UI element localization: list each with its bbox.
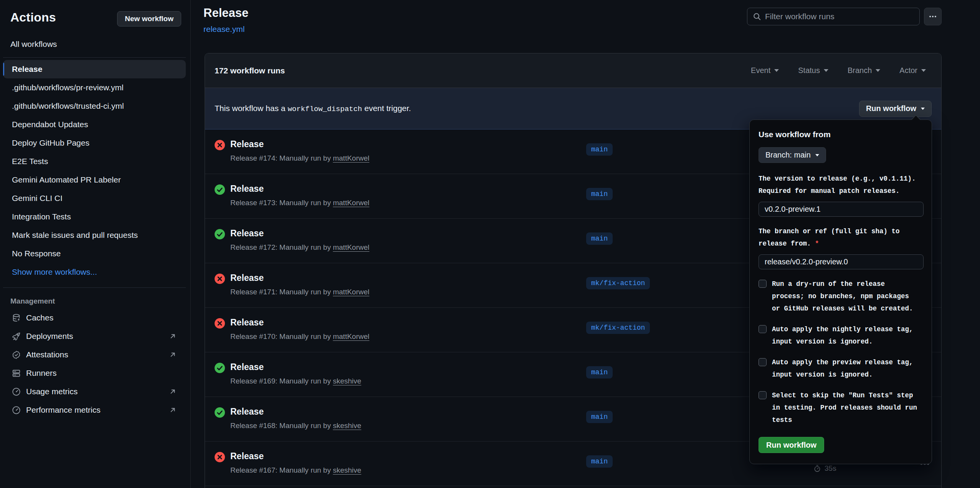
sidebar-item-mark-stale-issues-and-pull-requests[interactable]: Mark stale issues and pull requests xyxy=(3,226,186,244)
sidebar-divider xyxy=(3,287,186,288)
sidebar-item-label: Integration Tests xyxy=(12,212,71,221)
filter-status-button[interactable]: Status xyxy=(798,66,828,75)
run-title[interactable]: Release xyxy=(230,451,264,461)
panel-input-version[interactable] xyxy=(759,202,924,217)
panel-title: Use workflow from xyxy=(759,130,923,139)
sidebar-item-deploy-github-pages[interactable]: Deploy GitHub Pages xyxy=(3,134,186,152)
checkbox[interactable] xyxy=(759,280,767,288)
sidebar-item-attestations[interactable]: Attestations xyxy=(3,345,186,364)
sidebar-item-runners[interactable]: Runners xyxy=(3,364,186,382)
sidebar-item-label: No Response xyxy=(12,249,61,258)
branch-badge[interactable]: main xyxy=(586,411,613,423)
actor-link[interactable]: mattKorwel xyxy=(333,199,369,207)
actor-link[interactable]: mattKorwel xyxy=(333,288,369,296)
check-circle-icon xyxy=(215,229,225,239)
sidebar-item-e2e-tests[interactable]: E2E Tests xyxy=(3,152,186,171)
sidebar-item-label: .github/workflows/pr-review.yml xyxy=(12,83,124,92)
checkbox[interactable] xyxy=(759,391,767,399)
sidebar-item-github-workflows-trusted-ci-yml[interactable]: .github/workflows/trusted-ci.yml xyxy=(3,97,186,115)
checkbox-label[interactable]: Select to skip the "Run Tests" step in t… xyxy=(772,389,919,426)
run-title[interactable]: Release xyxy=(230,317,264,328)
workflow-file-link[interactable]: release.yml xyxy=(203,25,245,34)
actor-link[interactable]: skeshive xyxy=(333,377,361,385)
sidebar-item-show-more-workflows[interactable]: Show more workflows... xyxy=(3,263,186,281)
field-description: The branch or ref (full git sha) to rele… xyxy=(759,225,923,250)
sidebar-item-gemini-automated-pr-labeler[interactable]: Gemini Automated PR Labeler xyxy=(3,171,186,189)
sidebar-item-caches[interactable]: Caches xyxy=(3,309,186,327)
server-icon xyxy=(12,369,21,378)
actor-link[interactable]: mattKorwel xyxy=(333,243,369,251)
run-workflow-dropdown-button[interactable]: Run workflow xyxy=(859,101,932,117)
filter-label: Actor xyxy=(899,66,917,75)
meter-icon xyxy=(12,387,21,396)
sidebar-item-all-workflows[interactable]: All workflows xyxy=(0,34,190,54)
x-circle-icon xyxy=(215,274,225,284)
filter-label: Event xyxy=(751,66,770,75)
sidebar-item-usage-metrics[interactable]: Usage metrics xyxy=(3,382,186,401)
page-title: Release xyxy=(203,6,248,20)
panel-checkboxes: Run a dry-run of the release process; no… xyxy=(759,278,923,426)
checkbox[interactable] xyxy=(759,325,767,333)
branch-badge[interactable]: mk/fix-action xyxy=(586,277,650,289)
required-asterisk: * xyxy=(811,240,819,247)
new-workflow-button[interactable]: New workflow xyxy=(117,11,181,27)
check-circle-icon xyxy=(215,363,225,373)
arrow-up-right-icon xyxy=(169,406,177,414)
actor-link[interactable]: skeshive xyxy=(333,466,361,474)
filter-workflow-runs-input[interactable] xyxy=(765,12,914,21)
branch-badge[interactable]: main xyxy=(586,366,613,378)
run-description: Release #172: Manually run by mattKorwel xyxy=(230,243,369,252)
run-title[interactable]: Release xyxy=(230,184,264,194)
sidebar-item-performance-metrics[interactable]: Performance metrics xyxy=(3,401,186,419)
meter-icon xyxy=(12,406,21,415)
sidebar-item-github-workflows-pr-review-yml[interactable]: .github/workflows/pr-review.yml xyxy=(3,78,186,97)
panel-field: The version to release (e.g., v0.1.11). … xyxy=(759,173,923,225)
sidebar-item-dependabot-updates[interactable]: Dependabot Updates xyxy=(3,115,186,134)
sidebar-divider xyxy=(3,57,186,58)
sidebar-item-release[interactable]: Release xyxy=(3,60,186,78)
panel-checkbox-row: Run a dry-run of the release process; no… xyxy=(759,278,923,315)
cache-icon xyxy=(12,314,21,322)
run-title[interactable]: Release xyxy=(230,139,264,149)
panel-input-branch-ref[interactable] xyxy=(759,254,924,269)
run-title[interactable]: Release xyxy=(230,407,264,417)
run-workflow-submit-button[interactable]: Run workflow xyxy=(759,437,824,453)
kebab-icon xyxy=(929,12,937,21)
actor-link[interactable]: mattKorwel xyxy=(333,332,369,340)
arrow-up-right-icon xyxy=(169,351,177,359)
run-duration: 35s xyxy=(825,464,836,473)
branch-badge[interactable]: main xyxy=(586,232,613,245)
branch-badge[interactable]: mk/fix-action xyxy=(586,322,650,334)
branch-badge[interactable]: main xyxy=(586,455,613,468)
sidebar-item-gemini-cli-ci[interactable]: Gemini CLI CI xyxy=(3,189,186,207)
sidebar-item-label: Runners xyxy=(26,368,56,378)
actor-link[interactable]: mattKorwel xyxy=(333,154,369,162)
sidebar-item-integration-tests[interactable]: Integration Tests xyxy=(3,207,186,226)
filter-branch-button[interactable]: Branch xyxy=(848,66,880,75)
filter-event-button[interactable]: Event xyxy=(751,66,779,75)
run-title[interactable]: Release xyxy=(230,228,264,239)
x-circle-icon xyxy=(215,318,225,329)
run-description: Release #170: Manually run by mattKorwel xyxy=(230,332,369,341)
checkbox-label[interactable]: Auto apply the preview release tag, inpu… xyxy=(772,356,919,381)
run-description: Release #171: Manually run by mattKorwel xyxy=(230,288,369,296)
stopwatch-icon xyxy=(813,465,821,472)
run-title[interactable]: Release xyxy=(230,362,264,372)
checkbox-label[interactable]: Run a dry-run of the release process; no… xyxy=(772,278,919,315)
run-title[interactable]: Release xyxy=(230,273,264,283)
selected-indicator xyxy=(3,63,4,76)
branch-badge[interactable]: main xyxy=(586,188,613,200)
checkbox[interactable] xyxy=(759,358,767,366)
actor-link[interactable]: skeshive xyxy=(333,422,361,430)
sidebar-item-no-response[interactable]: No Response xyxy=(3,244,186,263)
workflow-options-button[interactable] xyxy=(924,8,942,25)
filter-label: Branch xyxy=(848,66,872,75)
sidebar-item-label: Deployments xyxy=(26,332,73,341)
panel-field: The branch or ref (full git sha) to rele… xyxy=(759,225,923,278)
panel-arrow xyxy=(911,115,921,120)
sidebar-item-deployments[interactable]: Deployments xyxy=(3,327,186,345)
branch-badge[interactable]: main xyxy=(586,143,613,156)
filter-actor-button[interactable]: Actor xyxy=(899,66,926,75)
branch-select-button[interactable]: Branch: main xyxy=(759,147,826,163)
checkbox-label[interactable]: Auto apply the nightly release tag, inpu… xyxy=(772,323,919,348)
